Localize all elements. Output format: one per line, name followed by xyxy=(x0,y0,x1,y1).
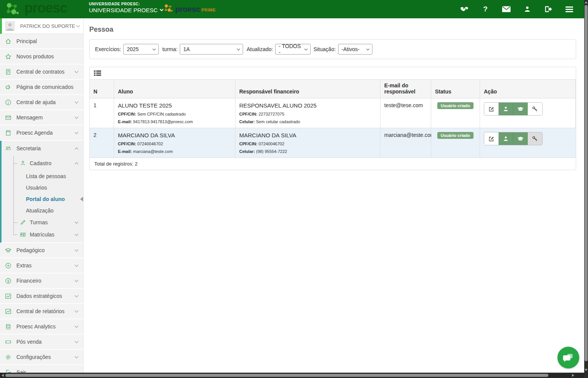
user-button[interactable] xyxy=(499,132,513,145)
sidebar-item-proesc-analytics[interactable]: Proesc Analytics xyxy=(0,319,83,335)
chevron-down-icon xyxy=(75,232,79,236)
key-button[interactable] xyxy=(528,132,542,145)
id-card-icon xyxy=(20,232,26,238)
sidebar-item-secretaria[interactable]: Secretaria xyxy=(2,141,83,156)
edit-button[interactable] xyxy=(484,103,499,115)
sidebar-item-label: Proesc Analytics xyxy=(16,323,56,330)
sidebar-item-central-de-contratos[interactable]: Central de contratos xyxy=(0,64,83,80)
email-value: 9417813.9417813@proesc.com xyxy=(133,119,193,124)
sidebar-item-pagina-de-comunicados[interactable]: Página de comunicados xyxy=(0,80,83,95)
vertical-scrollbar-thumb[interactable] xyxy=(585,5,588,361)
school-selector[interactable]: UNIVERSIDADE PROESC: UNIVERSIDADE PROESC xyxy=(89,2,163,13)
scroll-up-arrow-icon[interactable] xyxy=(585,1,588,3)
aluno-cell: MARCIANO DA SILVA CPF/CIN: 07240046702 E… xyxy=(114,128,235,158)
cpf-value: 07240046702 xyxy=(259,142,284,146)
sidebar-item-configuracoes[interactable]: Configurações xyxy=(0,350,83,365)
logout-icon[interactable] xyxy=(544,5,553,13)
status-cell: Usuário criado xyxy=(431,128,480,158)
table-toolbar xyxy=(90,67,576,80)
vertical-scrollbar[interactable] xyxy=(584,0,588,378)
proesc-brand-text[interactable]: proesc xyxy=(24,0,67,16)
sidebar-item-cadastro[interactable]: Cadastro xyxy=(2,156,83,171)
sidebar-item-proesc-agenda[interactable]: Proesc Agenda xyxy=(0,125,83,141)
proesc-logo-icon[interactable] xyxy=(4,2,21,17)
student-button[interactable] xyxy=(513,103,528,115)
sidebar-item-label: Portal do aluno xyxy=(26,196,65,202)
sidebar-item-label: Extras xyxy=(16,262,32,269)
chevron-down-icon xyxy=(75,324,79,328)
cpf-label: CPF/CIN: xyxy=(239,142,258,146)
turma-select[interactable]: 1A xyxy=(180,44,243,55)
avatar xyxy=(5,21,15,31)
sidebar-item-central-de-relatorios[interactable]: Central de relatórios xyxy=(0,304,83,319)
user-button[interactable] xyxy=(499,103,513,115)
pencil-icon xyxy=(20,219,26,225)
email-responsavel-cell: teste@tese.com xyxy=(380,98,431,128)
sidebar-item-novos-produtos[interactable]: Novos produtos xyxy=(0,49,83,64)
filter-bar: Exercícios: 2025 turma: 1A Atualizado: -… xyxy=(89,39,576,59)
sidebar-item-matriculas[interactable]: Matrículas xyxy=(2,228,83,241)
list-view-icon[interactable] xyxy=(94,70,101,77)
help-icon[interactable]: ? xyxy=(481,5,490,13)
sidebar-item-dados-estrategicos[interactable]: Dados estratégicos xyxy=(0,289,83,304)
row-number: 1 xyxy=(90,98,114,128)
edit-button[interactable] xyxy=(484,132,499,145)
student-button[interactable] xyxy=(513,132,528,145)
account-icon[interactable] xyxy=(523,5,532,13)
mail-icon[interactable] xyxy=(502,5,511,13)
sidebar-item-mensagem[interactable]: Mensagem xyxy=(0,110,83,125)
sidebar-item-usuarios[interactable]: Usuários xyxy=(2,182,83,193)
sidebar-item-pedagogico[interactable]: Pedagógico xyxy=(0,243,83,258)
aluno-cell: ALUNO TESTE 2025 CPF/CIN: Sem CPF/CIN ca… xyxy=(114,98,235,128)
email-label: E-mail: xyxy=(118,119,132,124)
chevron-down-icon xyxy=(75,248,79,252)
atualizado-select[interactable]: - TODOS - xyxy=(275,44,311,55)
user-menu[interactable]: PATRICK DO SUPORTE xyxy=(0,18,83,34)
sidebar-item-atualizacao[interactable]: Atualização xyxy=(2,205,83,216)
sidebar-item-label: Novos produtos xyxy=(16,53,54,60)
chevron-down-icon xyxy=(153,47,156,50)
scroll-down-arrow-icon[interactable] xyxy=(585,369,588,371)
sidebar-item-label: Dados estratégicos xyxy=(16,293,62,299)
sidebar-item-sair[interactable]: Sair xyxy=(0,365,83,373)
horizontal-scrollbar-thumb[interactable] xyxy=(5,374,548,377)
sidebar-item-label: Mensagem xyxy=(16,114,43,121)
cpf-label: CPF/CIN: xyxy=(118,112,136,116)
row-number: 2 xyxy=(90,128,114,158)
situacao-select[interactable]: -Ativos- xyxy=(338,44,372,55)
sidebar-item-label: Lista de pessoas xyxy=(26,173,66,179)
sidebar-item-extras[interactable]: Extras xyxy=(0,258,83,273)
menu-icon[interactable] xyxy=(565,5,574,13)
handshake-support-icon[interactable] xyxy=(460,5,469,13)
sidebar-item-pos-venda[interactable]: Pós venda xyxy=(0,335,83,350)
sidebar-item-label: Pedagógico xyxy=(16,247,45,253)
ticket-icon xyxy=(5,339,11,345)
cpf-value: 22732727075 xyxy=(259,112,284,116)
filter-turma-label: turma: xyxy=(162,46,177,52)
sidebar-item-turmas[interactable]: Turmas xyxy=(2,216,83,228)
cpf-value: 07240046702 xyxy=(137,142,163,146)
horizontal-scrollbar[interactable] xyxy=(0,373,584,378)
plus-circle-icon xyxy=(5,262,11,269)
megaphone-icon xyxy=(5,84,11,90)
chevron-down-icon xyxy=(75,220,79,224)
sidebar-item-central-de-ajuda[interactable]: Central de ajuda xyxy=(0,95,83,110)
home-icon xyxy=(5,38,11,45)
database-icon xyxy=(5,323,11,330)
sidebar-item-lista-de-pessoas[interactable]: Lista de pessoas xyxy=(2,171,83,182)
scroll-left-arrow-icon[interactable] xyxy=(2,374,4,377)
key-button[interactable] xyxy=(528,103,542,115)
sidebar-item-label: Secretaria xyxy=(16,145,41,151)
scroll-right-arrow-icon[interactable] xyxy=(572,374,574,377)
exercicios-select[interactable]: 2025 xyxy=(123,44,159,55)
mail-icon xyxy=(5,114,11,121)
filter-atualizado-label: Atualizado: xyxy=(246,46,273,52)
sidebar-item-portal-do-aluno[interactable]: Portal do aluno xyxy=(2,193,83,205)
chat-widget-button[interactable] xyxy=(557,347,579,368)
cpf-label: CPF/CIN: xyxy=(239,112,258,116)
sidebar-item-financeiro[interactable]: $ Financeiro xyxy=(0,273,83,289)
celular-value: Sem celular cadastrado xyxy=(256,119,300,124)
sidebar-item-principal[interactable]: Principal xyxy=(0,34,83,49)
responsavel-cell: RESPONSAVEL ALUNO 2025 CPF/CIN: 22732727… xyxy=(235,98,380,128)
person-icon xyxy=(20,160,26,166)
